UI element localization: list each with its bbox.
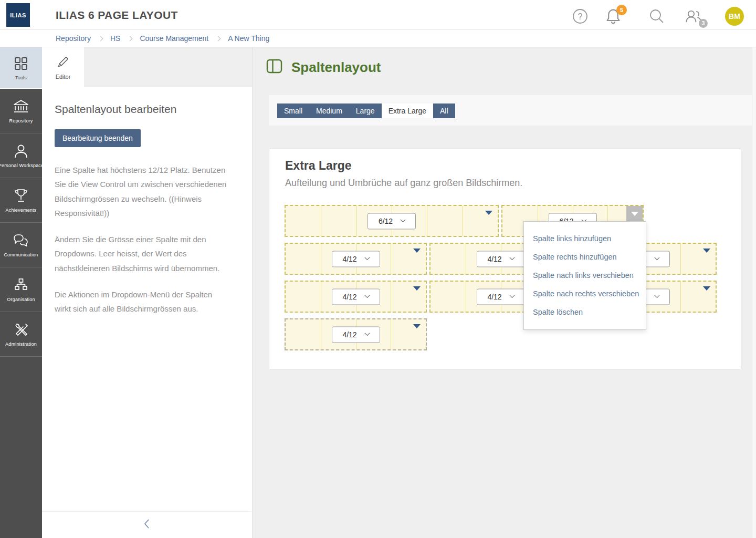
ilias-page-layout-app: ILIAS ILIAS 6 PAGE LAYOUT ? 5 3 BM (0, 0, 756, 538)
column-guide-line (321, 319, 321, 349)
column-guide-line (466, 282, 466, 312)
menu-item[interactable]: Spalte nach links verschieben (524, 266, 646, 285)
layout-row: 4/12 (285, 318, 717, 350)
panel-heading: Spaltenlayout bearbeiten (55, 103, 239, 116)
chevron-down-icon (509, 293, 514, 298)
collapse-panel-button[interactable] (144, 519, 150, 531)
view-control-segment-small[interactable]: Small (277, 104, 309, 118)
view-control-segment-medium[interactable]: Medium (309, 104, 349, 118)
column-guide-line (427, 206, 427, 236)
column-menu-button[interactable] (703, 286, 710, 291)
extra-large-card: Extra Large Aufteilung und Umbrüche auf … (269, 149, 741, 369)
layout-row: 4/124/124/12 (285, 281, 717, 313)
breadcrumb-link-course-management[interactable]: Course Management (140, 34, 208, 43)
layout-row: 6/126/12 (285, 205, 717, 237)
main-content: Spaltenlayout SmallMediumLargeExtra Larg… (253, 47, 756, 538)
column-size-select[interactable]: 4/12 (332, 326, 380, 343)
column-menu-button[interactable] (485, 211, 492, 215)
column-guide-line (391, 244, 391, 274)
view-control-segment-large[interactable]: Large (349, 104, 382, 118)
sidebar-item-communication[interactable]: Communication (0, 223, 42, 267)
menu-item[interactable]: Spalte rechts hinzufügen (524, 248, 646, 266)
page-title-header: ILIAS 6 PAGE LAYOUT (56, 0, 178, 30)
column-actions-menu: Spalte links hinzufügenSpalte rechts hin… (523, 221, 646, 330)
column-size-select[interactable]: 6/12 (368, 213, 416, 229)
card-subtitle: Aufteilung und Umbrüche auf ganz großen … (285, 178, 522, 189)
sidebar-item-administration[interactable]: Administration (0, 312, 42, 357)
panel-footer (42, 511, 251, 538)
editor-panel: Editor Spaltenlayout bearbeiten Bearbeit… (42, 47, 253, 538)
ilias-logo[interactable]: ILIAS (6, 3, 30, 27)
scrollbar-track[interactable] (752, 47, 756, 538)
sidebar-item-repository[interactable]: Repository (0, 89, 42, 133)
top-header: ILIAS ILIAS 6 PAGE LAYOUT ? 5 3 BM (0, 0, 756, 30)
sidebar-item-tools[interactable]: Tools (0, 47, 42, 89)
screen-size-view-control: SmallMediumLargeExtra LargeAll (277, 104, 455, 118)
breadcrumb-link-repository[interactable]: Repository (56, 34, 91, 43)
bank-icon (13, 99, 29, 115)
content-title: Spaltenlayout (291, 59, 381, 76)
column-menu-button[interactable] (413, 286, 421, 291)
help-paragraph: Eine Spalte hat höchstens 12/12 Platz. B… (55, 163, 230, 220)
editor-panel-tabs: Editor (42, 47, 252, 87)
layout-row: 4/124/124/12 (285, 243, 717, 275)
main-menu-rail: Tools Repository Personal Workspace Achi… (0, 47, 42, 538)
column-box: 4/12 (285, 281, 427, 313)
caret-down-icon (631, 212, 638, 216)
menu-item[interactable]: Spalte links hinzufügen (524, 230, 646, 248)
column-menu-button[interactable] (413, 324, 421, 328)
column-menu-button[interactable] (703, 249, 710, 253)
chevron-right-icon (216, 36, 221, 41)
end-editing-button[interactable]: Bearbeitung beenden (55, 129, 141, 147)
contacts-count-badge: 3 (699, 19, 708, 28)
chevron-down-icon (654, 293, 659, 298)
tab-editor[interactable]: Editor (42, 47, 84, 87)
menu-item[interactable]: Spalte löschen (524, 303, 646, 322)
column-guide-line (321, 244, 321, 274)
chevron-down-icon (364, 255, 370, 260)
column-box: 4/12 (285, 318, 427, 350)
person-icon (13, 143, 29, 159)
search-button[interactable] (648, 8, 666, 26)
view-control-segment-extra-large[interactable]: Extra Large (382, 104, 433, 118)
column-guide-line (391, 282, 391, 312)
bell-icon (605, 18, 622, 27)
contacts-button[interactable]: 3 (685, 8, 702, 26)
breadcrumb-link-a-new-thing[interactable]: A New Thing (228, 34, 269, 43)
search-icon (648, 17, 665, 26)
column-size-select[interactable]: 4/12 (477, 288, 525, 305)
chevron-down-icon (401, 217, 406, 222)
column-guide-line (391, 319, 391, 349)
breadcrumb-link-hs[interactable]: HS (110, 34, 120, 43)
chevron-left-icon (144, 519, 150, 531)
help-button[interactable]: ? (572, 8, 590, 26)
column-menu-button[interactable] (413, 249, 421, 253)
help-icon: ? (572, 17, 589, 26)
pencil-icon (56, 55, 70, 71)
card-title: Extra Large (285, 159, 352, 173)
sidebar-item-personal-workspace[interactable]: Personal Workspace (0, 133, 42, 178)
column-size-select[interactable]: 4/12 (332, 251, 380, 267)
menu-item[interactable]: Spalte nach rechts verschieben (524, 285, 646, 303)
crossed-tools-icon (13, 322, 29, 338)
column-menu-button-open[interactable] (626, 206, 643, 221)
view-control-segment-all[interactable]: All (433, 104, 455, 118)
sidebar-item-achievements[interactable]: Achievements (0, 178, 42, 223)
column-guide-line (321, 206, 321, 236)
breadcrumb: Repository HS Course Management A New Th… (0, 30, 756, 47)
view-control-strip: SmallMediumLargeExtra LargeAll (269, 95, 752, 126)
chevron-right-icon (128, 36, 133, 41)
sidebar-item-organisation[interactable]: Organisation (0, 267, 42, 312)
column-size-select[interactable]: 4/12 (332, 288, 380, 305)
chevron-down-icon (364, 293, 370, 298)
notifications-button[interactable]: 5 (605, 8, 623, 26)
user-avatar[interactable]: BM (725, 7, 744, 26)
column-guide-line (463, 206, 463, 236)
column-guide-line (680, 244, 681, 274)
column-guide-line (680, 282, 681, 312)
chevron-down-icon (654, 255, 659, 260)
column-size-select[interactable]: 4/12 (477, 251, 525, 267)
column-box: 6/12 (285, 205, 499, 237)
help-paragraph: Die Aktionen im Dropdown-Menü der Spalte… (55, 287, 230, 316)
column-guide-line (321, 282, 321, 312)
